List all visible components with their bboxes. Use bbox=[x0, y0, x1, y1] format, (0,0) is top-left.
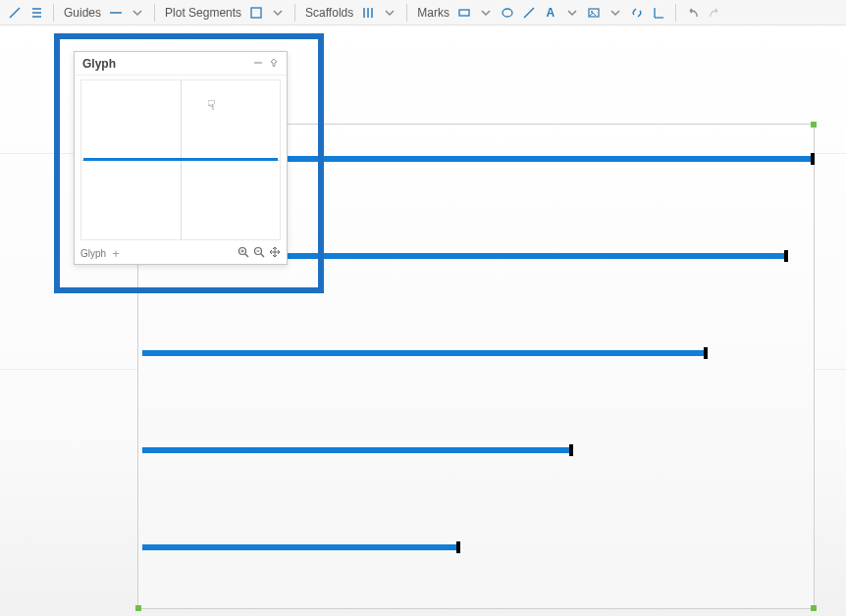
scaffolds-group: Scaffolds bbox=[303, 3, 398, 23]
bar-end-tick bbox=[569, 444, 573, 456]
bar-end-tick bbox=[784, 250, 788, 262]
glyph-panel-highlight: Glyph Glyph ＋ bbox=[54, 33, 324, 293]
chevron-down-icon[interactable] bbox=[381, 3, 398, 23]
anchor-handle[interactable] bbox=[811, 122, 817, 128]
redo-icon[interactable] bbox=[706, 3, 723, 23]
link-icon[interactable] bbox=[628, 3, 646, 23]
toolbar-sep bbox=[53, 4, 54, 22]
chevron-down-icon[interactable] bbox=[563, 3, 581, 23]
chevron-down-icon[interactable] bbox=[269, 3, 287, 23]
svg-line-18 bbox=[245, 254, 248, 257]
chevron-down-icon[interactable] bbox=[129, 3, 146, 23]
anchor-handle[interactable] bbox=[811, 605, 817, 611]
glyph-editor[interactable] bbox=[80, 79, 281, 240]
glyph-panel[interactable]: Glyph Glyph ＋ bbox=[74, 51, 288, 265]
pan-icon[interactable] bbox=[269, 246, 281, 260]
svg-line-0 bbox=[10, 8, 20, 18]
toolbar-sep bbox=[294, 4, 295, 22]
toolbar-sep bbox=[675, 4, 676, 22]
scaffold-columns-icon[interactable] bbox=[359, 3, 377, 23]
guides-group: Guides bbox=[62, 3, 146, 23]
mark-ellipse-icon[interactable] bbox=[499, 3, 516, 23]
toolbar-sep bbox=[154, 4, 155, 22]
minimize-icon[interactable] bbox=[253, 52, 263, 76]
chevron-down-icon[interactable] bbox=[477, 3, 495, 23]
glyph-panel-title: Glyph bbox=[82, 52, 116, 76]
mark-image-icon[interactable] bbox=[585, 3, 603, 23]
zoom-out-icon[interactable] bbox=[253, 246, 265, 260]
svg-line-22 bbox=[261, 254, 264, 257]
line-tool-icon[interactable] bbox=[6, 3, 24, 23]
undo-icon[interactable] bbox=[684, 3, 702, 23]
canvas[interactable]: Glyph Glyph ＋ bbox=[0, 26, 846, 616]
bar-mark[interactable] bbox=[142, 544, 457, 550]
marks-label: Marks bbox=[415, 6, 451, 20]
mark-rect-icon[interactable] bbox=[455, 3, 473, 23]
mark-text-icon[interactable]: A bbox=[542, 3, 559, 23]
guide-horizontal-icon[interactable] bbox=[107, 3, 125, 23]
add-glyph-icon[interactable]: ＋ bbox=[110, 245, 122, 262]
region-icon[interactable] bbox=[247, 3, 265, 23]
plot-segments-label: Plot Segments bbox=[163, 6, 243, 20]
svg-point-10 bbox=[502, 9, 512, 17]
glyph-panel-header[interactable]: Glyph bbox=[75, 52, 287, 76]
glyph-panel-footer: Glyph ＋ bbox=[80, 244, 281, 262]
list-tool-icon[interactable] bbox=[27, 3, 45, 23]
mark-line-icon[interactable] bbox=[520, 3, 538, 23]
bar-mark[interactable] bbox=[142, 350, 705, 356]
zoom-in-icon[interactable] bbox=[238, 246, 249, 260]
plot-segments-group: Plot Segments bbox=[163, 3, 287, 23]
glyph-tab-label[interactable]: Glyph bbox=[80, 248, 106, 259]
guides-label: Guides bbox=[62, 6, 103, 20]
bar-end-tick bbox=[811, 153, 815, 165]
data-axis-icon[interactable] bbox=[650, 3, 667, 23]
bar-mark[interactable] bbox=[142, 447, 570, 453]
glyph-mark-line[interactable] bbox=[83, 158, 278, 161]
svg-rect-5 bbox=[251, 8, 261, 18]
chevron-down-icon[interactable] bbox=[607, 3, 624, 23]
scaffolds-label: Scaffolds bbox=[303, 6, 355, 20]
bar-end-tick bbox=[456, 541, 460, 553]
anchor-handle[interactable] bbox=[135, 605, 141, 611]
svg-rect-9 bbox=[459, 10, 469, 16]
bar-end-tick bbox=[704, 347, 708, 359]
pin-icon[interactable] bbox=[269, 52, 279, 76]
marks-group: Marks A bbox=[415, 3, 667, 23]
svg-line-11 bbox=[524, 8, 534, 18]
toolbar-sep bbox=[406, 4, 407, 22]
toolbar: Guides Plot Segments Scaffolds bbox=[0, 0, 846, 26]
